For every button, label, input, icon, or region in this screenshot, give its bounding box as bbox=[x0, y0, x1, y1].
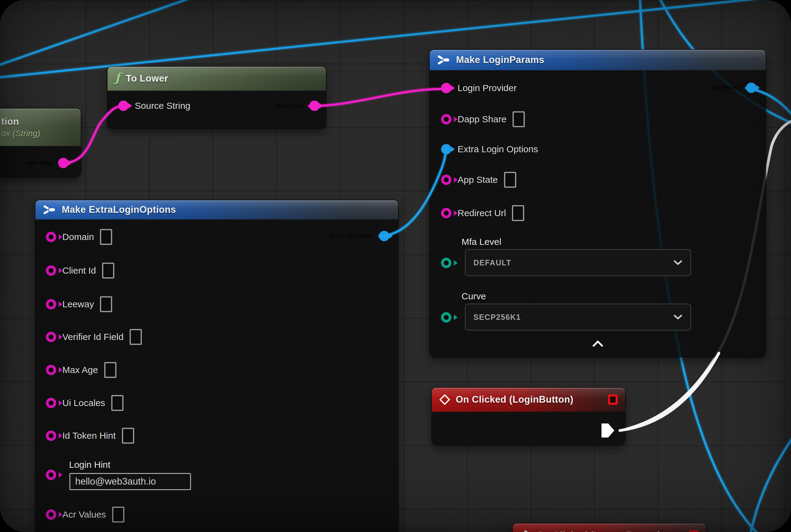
wire-struct-extralogin[interactable] bbox=[380, 150, 447, 236]
wire-struct-loginparams-out[interactable] bbox=[746, 88, 791, 137]
wire-exec-onclicked[interactable] bbox=[620, 353, 719, 431]
blueprint-canvas[interactable]: tion ox (String) eturn Value ƒ To Lower … bbox=[0, 0, 791, 532]
wire-layer-front bbox=[0, 0, 791, 532]
wire-string-return-to-source[interactable] bbox=[63, 106, 123, 163]
wire-struct-extralogin[interactable] bbox=[380, 150, 447, 236]
